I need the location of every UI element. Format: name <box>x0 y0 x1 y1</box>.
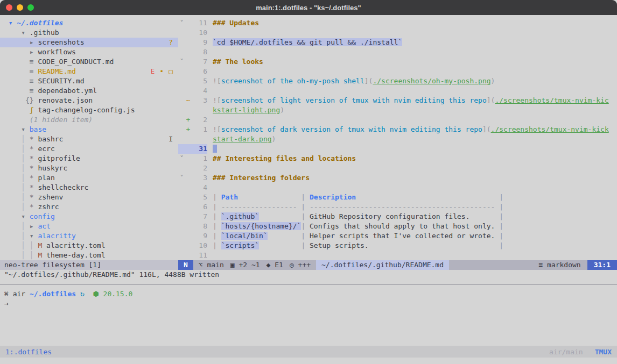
text-segment <box>369 241 495 249</box>
toml-icon: M <box>38 241 46 249</box>
editor-line-4[interactable]: 4 <box>178 183 617 192</box>
line-text: kstart-light.png) <box>213 105 284 115</box>
tree-item-zshrc[interactable]: │ * zshrc <box>0 202 178 212</box>
editor-line-10[interactable]: 10 <box>178 28 617 38</box>
tree-item-github[interactable]: ▾ .github <box>0 28 178 38</box>
editor-line-9[interactable]: 9| `local/bin` | Helper scripts that I'v… <box>178 231 617 241</box>
text-segment: kstart-light.png <box>213 106 280 114</box>
line-text: | `.github` | GitHub Repository configur… <box>213 212 503 222</box>
tree-item-screenshots[interactable]: ▸ screenshots? <box>0 38 178 47</box>
editor-line-6[interactable]: 6 <box>178 67 617 76</box>
editor-line-8[interactable]: 8 <box>178 47 617 57</box>
editor-line-5[interactable]: 5| Path | Description | <box>178 192 617 202</box>
tree-item-plan[interactable]: │ * plan <box>0 173 178 183</box>
editor-line-7[interactable]: ˅7## The looks <box>178 57 617 67</box>
tree-item-workflows[interactable]: ▸ workflows <box>0 47 178 57</box>
editor-line-2[interactable]: +2 <box>178 115 617 125</box>
text-segment <box>469 212 495 220</box>
editor-line-1[interactable]: +1![screenshot of dark version of tmux w… <box>178 125 617 134</box>
minimize-button[interactable] <box>17 4 23 11</box>
fold-column <box>178 105 185 115</box>
editor-line-2[interactable]: 2 <box>178 163 617 173</box>
line-number <box>191 105 207 115</box>
text-segment: | <box>297 193 310 201</box>
editor-line-wrap-9[interactable]: kstart-light.png) <box>178 105 617 115</box>
text-segment: start-dark.png <box>213 135 272 143</box>
editor-line-4[interactable]: 4 <box>178 86 617 96</box>
editor-line-9[interactable]: 9`cd $HOME/.dotfiles && git pull && ./in… <box>178 38 617 47</box>
text-segment: ~/.dotfiles <box>17 19 63 27</box>
editor-line-5[interactable]: 5![screenshot of the oh-my-posh shell](.… <box>178 76 617 86</box>
sign-column <box>185 173 191 183</box>
tree-item-readme-md[interactable]: ≡ README.mdE•▢ <box>0 67 178 76</box>
editor-line-11[interactable]: 11 <box>178 251 617 260</box>
tree-item-dependabot-yml[interactable]: ≡ dependabot.yml <box>0 86 178 96</box>
fold-column <box>178 183 185 192</box>
editor-line-8[interactable]: 8| `hosts/{hostname}/`| Configs that sho… <box>178 222 617 231</box>
indent-guide: │ <box>21 251 30 259</box>
tree-item-renovate-json[interactable]: {} renovate.json <box>0 96 178 105</box>
text-segment <box>0 106 30 114</box>
tree-item-shellcheckrc[interactable]: │ * shellcheckrc <box>0 183 178 192</box>
editor-line-11[interactable]: ˅11### Updates <box>178 18 617 28</box>
line-number: 1 <box>191 154 207 163</box>
indent-guide: │ <box>21 232 30 240</box>
tree-item-alacritty[interactable]: │ ▾ alacritty <box>0 231 178 241</box>
tmux-window-name[interactable]: 1:.dotfiles <box>5 348 52 356</box>
sign-column <box>185 222 191 231</box>
shell-pane[interactable]: ⌘ air ~/.dotfiles ↻ ⬢ 20.15.0 → <box>0 286 617 346</box>
line-text <box>213 144 217 154</box>
text-segment: `.github` <box>221 212 259 220</box>
text-segment: Setup scripts. <box>310 241 369 249</box>
sign-column <box>185 183 191 192</box>
text-segment: zshenv <box>38 193 63 201</box>
indent-guide: │ <box>30 251 38 259</box>
text-segment: ./screenshots/oh-my-posh.png <box>373 77 490 85</box>
fold-chevron-icon[interactable]: ˅ <box>178 18 185 28</box>
tree-item-base[interactable]: ▾ base <box>0 125 178 134</box>
tree-item-security-md[interactable]: ≡ SECURITY.md <box>0 76 178 86</box>
tmux-pane-divider[interactable] <box>0 280 617 286</box>
chevron-right-icon: ▸ <box>30 222 38 230</box>
text-segment: alacritty.toml <box>46 241 106 249</box>
text-segment: ### Updates <box>213 19 259 27</box>
tree-item-config[interactable]: ▾ config <box>0 212 178 222</box>
sign-column <box>185 38 191 47</box>
tree-item-root[interactable]: ▾ ~/.dotfiles <box>0 18 178 28</box>
text-segment: | <box>301 222 310 230</box>
text-segment <box>238 193 297 201</box>
fold-chevron-icon[interactable]: ˅ <box>178 57 185 67</box>
editor-line-1[interactable]: ˅1## Interesting files and locations <box>178 154 617 163</box>
toml-icon: M <box>38 251 46 259</box>
tree-item-gitprofile[interactable]: │ * gitprofile <box>0 154 178 163</box>
editor-line-31[interactable]: 31 <box>178 144 617 154</box>
tree-item-hidden-items[interactable]: (1 hidden item) <box>0 115 178 125</box>
tree-item-code-of-conduct-md[interactable]: ≡ CODE_OF_CONDUCT.md <box>0 57 178 67</box>
tree-item-zshenv[interactable]: │ * zshenv <box>0 192 178 202</box>
text-segment: ) <box>491 77 495 85</box>
git-untracked-badge: ? <box>169 38 173 47</box>
editor-line-10[interactable]: 10| `scripts` | Setup scripts. | <box>178 241 617 251</box>
text-segment: bashrc <box>38 135 63 143</box>
fold-chevron-icon[interactable]: ˅ <box>178 154 185 163</box>
text-segment: | <box>495 193 503 201</box>
fold-chevron-icon[interactable]: ˅ <box>178 173 185 183</box>
tree-item-tag-changelog-config-js[interactable]: ʃ tag-changelog-config.js <box>0 105 178 115</box>
tree-item-huskyrc[interactable]: │ * huskyrc <box>0 163 178 173</box>
tree-item-bashrc[interactable]: │ * bashrcI <box>0 134 178 144</box>
tree-item-theme-day-toml[interactable]: │ │ M theme-day.toml <box>0 251 178 260</box>
close-button[interactable] <box>6 4 12 11</box>
tree-item-act[interactable]: │ ▸ act <box>0 222 178 231</box>
tree-item-ecrc[interactable]: │ * ecrc <box>0 144 178 154</box>
tree-item-alacritty-toml[interactable]: │ │ M alacritty.toml <box>0 241 178 251</box>
line-text: | `local/bin` | Helper scripts that I've… <box>213 231 503 241</box>
editor-line-wrap-12[interactable]: start-dark.png) <box>178 134 617 144</box>
zoom-button[interactable] <box>27 4 34 11</box>
sign-column <box>185 105 191 115</box>
text-segment: README.md <box>38 67 75 75</box>
editor-line-7[interactable]: 7| `.github` | GitHub Repository configu… <box>178 212 617 222</box>
editor-line-3[interactable]: ˅3### Interesting folders <box>178 173 617 183</box>
editor-line-3[interactable]: ~3![screenshot of light version of tmux … <box>178 96 617 105</box>
editor-line-6[interactable]: 6| ------------------ | ----------------… <box>178 202 617 212</box>
indent-guide: │ <box>21 203 30 211</box>
